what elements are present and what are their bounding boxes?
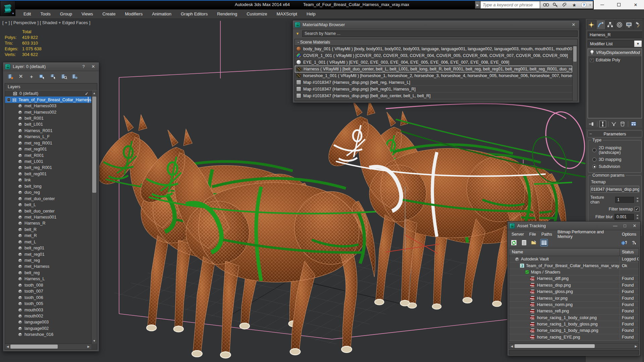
show-end-result-button[interactable]: [599, 121, 606, 127]
layer-row[interactable]: link: [5, 177, 91, 183]
current-layer-check-icon[interactable]: ✓: [85, 91, 89, 96]
material-row[interactable]: EYE_1_001 ( VRayMtl ) [EYE_002, EYE_003,…: [295, 59, 572, 66]
asset-row[interactable]: PNGhorse_racing_1_body_color.pngFound: [509, 315, 639, 321]
parameters-rollout-header[interactable]: − Parameters: [587, 130, 642, 137]
add-to-layer-button[interactable]: +: [28, 73, 35, 80]
asset-menu-paths[interactable]: Paths: [539, 231, 555, 238]
asset-menu-bitmap-performance-and-memory[interactable]: Bitmap Performance and Memory: [555, 229, 619, 240]
tab-motion[interactable]: [615, 20, 624, 29]
scroll-right-icon[interactable]: ▶: [86, 345, 91, 348]
context-help-icon[interactable]: ?: [630, 239, 638, 246]
layer-row[interactable]: belt_long: [5, 183, 91, 189]
layer-row[interactable]: met_reg: [5, 257, 91, 263]
infocenter-collapse-button[interactable]: ▶: [475, 1, 480, 9]
layer-row[interactable]: belt_reg01: [5, 245, 91, 251]
minimize-button[interactable]: [594, 0, 610, 9]
layer-row[interactable]: met_reg001: [5, 146, 91, 152]
param-value-input[interactable]: 1: [615, 197, 634, 203]
highlight-layer-button[interactable]: [60, 73, 67, 80]
scroll-thumb[interactable]: [515, 344, 595, 348]
radio-option[interactable]: 2D mapping (landscape): [592, 145, 639, 155]
material-row[interactable]: Map #1018347 (Harness_disp.png) [belt_du…: [295, 93, 572, 99]
layer-vertical-scrollbar[interactable]: ▲ ▼: [91, 90, 97, 344]
asset-menu-file[interactable]: File: [527, 231, 539, 238]
asset-menu-server[interactable]: Server: [509, 231, 527, 238]
layer-checkbox[interactable]: [88, 97, 89, 102]
layer-row[interactable]: duo_reg: [5, 189, 91, 195]
help-dropdown[interactable]: ▼: [589, 3, 591, 7]
layer-row[interactable]: mouth003: [5, 307, 91, 313]
maximize-icon[interactable]: □: [621, 223, 629, 228]
scroll-thumb[interactable]: [92, 97, 96, 193]
layer-row[interactable]: horseshoe_016: [5, 331, 91, 338]
column-status[interactable]: Status: [620, 249, 639, 256]
layer-row[interactable]: belt_reg: [5, 270, 91, 276]
scene-materials-section-header[interactable]: - Scene Materials: [295, 39, 577, 46]
spinner-arrows[interactable]: ▲▼: [636, 214, 639, 220]
texmap-button[interactable]: 1018347 (Harness_disp.png): [590, 186, 639, 193]
tab-display[interactable]: [624, 20, 633, 29]
layer-row[interactable]: tooth_007: [5, 288, 91, 294]
layer-row[interactable]: met_reg01: [5, 251, 91, 257]
radio-option[interactable]: Subdivision: [592, 164, 639, 169]
asset-row[interactable]: Maps / Shaders: [509, 269, 639, 276]
spin-down-icon[interactable]: ▼: [636, 200, 639, 203]
filter-funnel-icon[interactable]: ▼: [294, 31, 301, 37]
asset-row[interactable]: PNGHarness_disp.pngFound: [509, 282, 639, 289]
lightbulb-icon[interactable]: [590, 50, 594, 56]
layer-row[interactable]: belt_reg001: [5, 171, 91, 177]
configure-modifier-sets-button[interactable]: [630, 121, 637, 127]
menu-item-modifiers[interactable]: Modifiers: [120, 10, 147, 18]
search-icon[interactable]: [542, 2, 550, 8]
asset-row[interactable]: PNGhorse_racing_EYE.pngFound: [509, 334, 639, 341]
layer-row[interactable]: tooth_005: [5, 301, 91, 307]
layer-row[interactable]: 0 (default)✓: [5, 90, 91, 97]
delete-layer-button[interactable]: ✕: [17, 73, 24, 80]
checkbox-checked-icon[interactable]: ✓: [635, 207, 639, 212]
layer-row[interactable]: met_Harness001: [5, 214, 91, 220]
scroll-down-icon[interactable]: ▼: [92, 338, 97, 344]
spinner-arrows[interactable]: ▲▼: [636, 197, 639, 203]
close-icon[interactable]: ✕: [90, 64, 97, 69]
layer-row[interactable]: met_Harness003: [5, 103, 91, 109]
viewport-label[interactable]: [ + ] [ Perspective ] [ Shaded + Edged F…: [2, 20, 90, 25]
material-row[interactable]: horseshoe_1_001 ( VRayMtl ) [horseshoe_1…: [295, 72, 572, 79]
layer-row[interactable]: Harness_R001: [5, 128, 91, 134]
menu-item-create[interactable]: Create: [98, 10, 120, 18]
close-icon[interactable]: ✕: [631, 223, 638, 228]
radio-icon[interactable]: [592, 158, 596, 162]
list-view-button[interactable]: [520, 239, 528, 246]
menu-item-tools[interactable]: Tools: [36, 10, 55, 18]
asset-row[interactable]: PNGHarness_diff.pngFound: [509, 276, 639, 282]
spin-up-icon[interactable]: ▲: [636, 214, 639, 217]
asset-row[interactable]: PNGHarness_ior.pngFound: [509, 295, 639, 301]
scroll-right-icon[interactable]: ▶: [633, 345, 639, 348]
communication-center-icon[interactable]: [560, 2, 569, 8]
material-row[interactable]: COVER_1_001 ( VRayMtl ) [COVER_002, COVE…: [295, 52, 572, 59]
close-button[interactable]: ✕: [627, 0, 644, 9]
menu-item-animation[interactable]: Animation: [147, 10, 176, 18]
material-search-input[interactable]: [302, 31, 578, 37]
layer-properties-button[interactable]: [71, 73, 78, 80]
asset-row[interactable]: PNGHarness_norm.pngFound: [509, 302, 639, 308]
param-value-input[interactable]: 0.001: [614, 214, 634, 220]
layer-row[interactable]: belt_L001: [5, 121, 91, 127]
scroll-thumb[interactable]: [573, 46, 577, 62]
help-icon[interactable]: ?: [80, 64, 87, 69]
layer-row[interactable]: belt_R001: [5, 115, 91, 121]
refresh-button[interactable]: [510, 239, 518, 246]
tab-create[interactable]: [587, 20, 596, 29]
layer-row[interactable]: mouth002: [5, 313, 91, 319]
select-objects-in-layer-button[interactable]: [39, 73, 46, 80]
menu-item-maxscript[interactable]: MAXScript: [272, 10, 302, 18]
layer-row[interactable]: met_Harness002: [5, 109, 91, 115]
scroll-left-icon[interactable]: ◀: [5, 345, 10, 348]
material-row[interactable]: body_bay_001 ( VRayMtl ) [body, body001,…: [295, 46, 572, 52]
scroll-up-icon[interactable]: ▲: [92, 90, 97, 96]
object-name-input[interactable]: [588, 32, 644, 38]
spin-down-icon[interactable]: ▼: [636, 217, 639, 220]
layer-row[interactable]: met_L001: [5, 159, 91, 165]
menu-item-edit[interactable]: Edit: [19, 10, 36, 18]
menu-item-customize[interactable]: Customize: [242, 10, 272, 18]
layer-row[interactable]: Harness_L_F: [5, 134, 91, 140]
